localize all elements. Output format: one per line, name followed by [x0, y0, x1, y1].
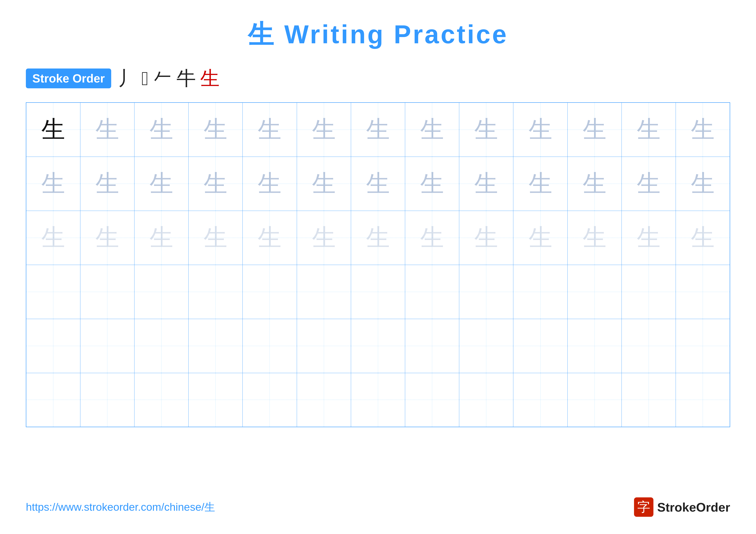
grid-cell[interactable]: [405, 319, 459, 373]
grid-cell[interactable]: [567, 319, 622, 373]
grid-cell[interactable]: 生: [189, 211, 243, 265]
grid-cell[interactable]: 生: [459, 103, 513, 157]
grid-cell[interactable]: [297, 373, 351, 427]
grid-row-5: [26, 319, 730, 373]
grid-cell[interactable]: [80, 319, 134, 373]
grid-cell[interactable]: [567, 373, 622, 427]
grid-cell[interactable]: 生: [405, 103, 459, 157]
stroke-order-row: Stroke Order 丿 𠃋 𠂉 牛 生: [26, 65, 730, 91]
grid-cell[interactable]: [567, 265, 622, 319]
grid-cell[interactable]: [459, 319, 513, 373]
grid-row-4: [26, 265, 730, 319]
stroke-5: 生: [200, 65, 220, 91]
grid-row-1: 生 生 生 生 生 生 生 生 生 生 生 生 生: [26, 103, 730, 157]
grid-cell[interactable]: 生: [459, 211, 513, 265]
stroke-3: 𠂉: [153, 67, 172, 89]
grid-cell[interactable]: [80, 373, 134, 427]
grid-cell[interactable]: 生: [297, 211, 351, 265]
grid-cell[interactable]: [26, 373, 80, 427]
grid-cell[interactable]: [459, 265, 513, 319]
grid-cell[interactable]: [513, 373, 567, 427]
grid-cell[interactable]: [459, 373, 513, 427]
grid-cell[interactable]: [243, 319, 297, 373]
grid-cell[interactable]: [351, 319, 405, 373]
grid-cell[interactable]: 生: [351, 103, 405, 157]
grid-row-3: 生 生 生 生 生 生 生 生 生 生 生 生 生: [26, 211, 730, 265]
grid-cell[interactable]: 生: [351, 211, 405, 265]
grid-cell[interactable]: [189, 373, 243, 427]
grid-cell[interactable]: 生: [80, 103, 134, 157]
grid-cell[interactable]: 生: [243, 157, 297, 211]
grid-cell[interactable]: [243, 373, 297, 427]
grid-cell[interactable]: [351, 265, 405, 319]
grid-row-2: 生 生 生 生 生 生 生 生 生 生 生 生 生: [26, 157, 730, 211]
footer-logo-text: StrokeOrder: [657, 500, 730, 514]
stroke-4: 牛: [176, 65, 196, 91]
grid-cell[interactable]: [297, 319, 351, 373]
grid-cell[interactable]: 生: [134, 103, 188, 157]
grid-cell[interactable]: [622, 265, 676, 319]
footer-url-link[interactable]: https://www.strokeorder.com/chinese/生: [26, 500, 215, 514]
grid-cell[interactable]: 生: [622, 157, 676, 211]
grid-cell[interactable]: [676, 373, 730, 427]
grid-cell[interactable]: 生: [567, 211, 622, 265]
stroke-2: 𠃋: [141, 67, 148, 89]
grid-cell[interactable]: 生: [622, 103, 676, 157]
grid-cell[interactable]: 生: [26, 157, 80, 211]
strokeorder-logo-icon: 字: [634, 497, 653, 517]
grid-cell[interactable]: 生: [134, 211, 188, 265]
grid-cell[interactable]: [297, 265, 351, 319]
grid-cell[interactable]: 生: [459, 157, 513, 211]
grid-cell[interactable]: 生: [405, 157, 459, 211]
grid-cell[interactable]: 生: [405, 211, 459, 265]
footer-logo: 字 StrokeOrder: [634, 497, 730, 517]
grid-cell[interactable]: [676, 319, 730, 373]
grid-cell[interactable]: [622, 319, 676, 373]
grid-cell[interactable]: [26, 319, 80, 373]
grid-cell[interactable]: [134, 319, 188, 373]
stroke-1: 丿: [118, 65, 137, 91]
grid-cell[interactable]: 生: [134, 157, 188, 211]
grid-cell[interactable]: 生: [189, 103, 243, 157]
practice-grid: 生 生 生 生 生 生 生 生 生 生 生 生 生 生 生 生 生 生 生 生 …: [26, 102, 730, 427]
grid-cell[interactable]: 生: [513, 157, 567, 211]
grid-cell[interactable]: 生: [567, 157, 622, 211]
grid-cell[interactable]: [351, 373, 405, 427]
grid-cell[interactable]: [243, 265, 297, 319]
grid-cell[interactable]: [622, 373, 676, 427]
footer: https://www.strokeorder.com/chinese/生 字 …: [26, 497, 730, 517]
grid-cell[interactable]: [405, 265, 459, 319]
grid-cell[interactable]: 生: [676, 103, 730, 157]
grid-cell[interactable]: 生: [26, 211, 80, 265]
grid-cell[interactable]: 生: [80, 157, 134, 211]
grid-cell[interactable]: 生: [676, 211, 730, 265]
grid-cell[interactable]: 生: [567, 103, 622, 157]
grid-cell[interactable]: 生: [297, 157, 351, 211]
grid-cell[interactable]: 生: [189, 157, 243, 211]
character-model: 生: [41, 116, 65, 142]
page: 生 Writing Practice Stroke Order 丿 𠃋 𠂉 牛 …: [0, 0, 756, 534]
grid-cell[interactable]: [189, 319, 243, 373]
grid-cell[interactable]: [513, 319, 567, 373]
grid-cell[interactable]: 生: [243, 103, 297, 157]
grid-cell[interactable]: [80, 265, 134, 319]
page-title: 生 Writing Practice: [248, 17, 508, 52]
stroke-sequence: 丿 𠃋 𠂉 牛 生: [118, 65, 220, 91]
grid-cell[interactable]: 生: [622, 211, 676, 265]
grid-cell[interactable]: 生: [513, 103, 567, 157]
grid-cell[interactable]: 生: [351, 157, 405, 211]
grid-row-6: [26, 373, 730, 427]
grid-cell[interactable]: 生: [26, 103, 80, 157]
grid-cell[interactable]: [513, 265, 567, 319]
grid-cell[interactable]: [134, 265, 188, 319]
grid-cell[interactable]: 生: [513, 211, 567, 265]
grid-cell[interactable]: [676, 265, 730, 319]
grid-cell[interactable]: 生: [80, 211, 134, 265]
grid-cell[interactable]: [189, 265, 243, 319]
grid-cell[interactable]: 生: [297, 103, 351, 157]
grid-cell[interactable]: [26, 265, 80, 319]
grid-cell[interactable]: 生: [676, 157, 730, 211]
grid-cell[interactable]: [134, 373, 188, 427]
grid-cell[interactable]: [405, 373, 459, 427]
grid-cell[interactable]: 生: [243, 211, 297, 265]
